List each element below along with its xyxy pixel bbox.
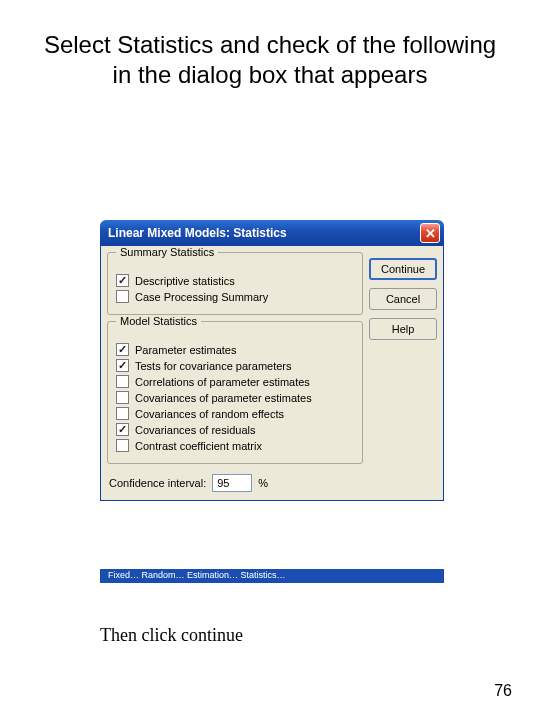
checkbox-label: Descriptive statistics	[135, 275, 235, 287]
checkbox-label: Contrast coefficient matrix	[135, 440, 262, 452]
dialog-titlebar: Linear Mixed Models: Statistics ✕	[100, 220, 444, 246]
checkbox-label: Correlations of parameter estimates	[135, 376, 310, 388]
percent-label: %	[258, 477, 268, 489]
checkbox-row-case-processing: Case Processing Summary	[116, 290, 354, 303]
slide-caption: Then click continue	[100, 625, 243, 646]
checkbox-row-descriptive-statistics: Descriptive statistics	[116, 274, 354, 287]
group-legend-summary: Summary Statistics	[116, 246, 218, 258]
checkbox-covariances-random-effects[interactable]	[116, 407, 129, 420]
dialog-button-column: Continue Cancel Help	[369, 252, 437, 494]
checkbox-label: Case Processing Summary	[135, 291, 268, 303]
help-button[interactable]: Help	[369, 318, 437, 340]
checkbox-row-covariances-residuals: Covariances of residuals	[116, 423, 354, 436]
checkbox-case-processing-summary[interactable]	[116, 290, 129, 303]
checkbox-label: Parameter estimates	[135, 344, 236, 356]
checkbox-label: Covariances of residuals	[135, 424, 255, 436]
checkbox-row-parameter-estimates: Parameter estimates	[116, 343, 354, 356]
checkbox-tests-covariance-parameters[interactable]	[116, 359, 129, 372]
checkbox-label: Tests for covariance parameters	[135, 360, 292, 372]
checkbox-label: Covariances of parameter estimates	[135, 392, 312, 404]
close-icon[interactable]: ✕	[420, 223, 440, 243]
group-summary-statistics: Summary Statistics Descriptive statistic…	[107, 252, 363, 315]
checkbox-covariances-residuals[interactable]	[116, 423, 129, 436]
checkbox-label: Covariances of random effects	[135, 408, 284, 420]
checkbox-parameter-estimates[interactable]	[116, 343, 129, 356]
checkbox-row-correlations-param: Correlations of parameter estimates	[116, 375, 354, 388]
continue-button[interactable]: Continue	[369, 258, 437, 280]
group-model-statistics: Model Statistics Parameter estimates Tes…	[107, 321, 363, 464]
dialog-body: Summary Statistics Descriptive statistic…	[100, 246, 444, 501]
checkbox-correlations-parameter-estimates[interactable]	[116, 375, 129, 388]
checkbox-covariances-parameter-estimates[interactable]	[116, 391, 129, 404]
page-number: 76	[494, 682, 512, 700]
confidence-interval-input[interactable]	[212, 474, 252, 492]
checkbox-row-covariances-random: Covariances of random effects	[116, 407, 354, 420]
checkbox-row-contrast-coefficient: Contrast coefficient matrix	[116, 439, 354, 452]
statistics-dialog: Linear Mixed Models: Statistics ✕ Summar…	[100, 220, 444, 501]
slide-title: Select Statistics and check of the follo…	[0, 0, 540, 100]
group-legend-model: Model Statistics	[116, 315, 201, 327]
checkbox-row-covariances-param: Covariances of parameter estimates	[116, 391, 354, 404]
confidence-interval-label: Confidence interval:	[109, 477, 206, 489]
confidence-interval-row: Confidence interval: %	[107, 470, 363, 494]
dialog-title: Linear Mixed Models: Statistics	[108, 226, 420, 240]
dialog-left-column: Summary Statistics Descriptive statistic…	[107, 252, 363, 494]
checkbox-contrast-coefficient-matrix[interactable]	[116, 439, 129, 452]
background-tab-strip: Fixed… Random… Estimation… Statistics…	[100, 569, 444, 583]
cancel-button[interactable]: Cancel	[369, 288, 437, 310]
checkbox-row-tests-covariance: Tests for covariance parameters	[116, 359, 354, 372]
checkbox-descriptive-statistics[interactable]	[116, 274, 129, 287]
